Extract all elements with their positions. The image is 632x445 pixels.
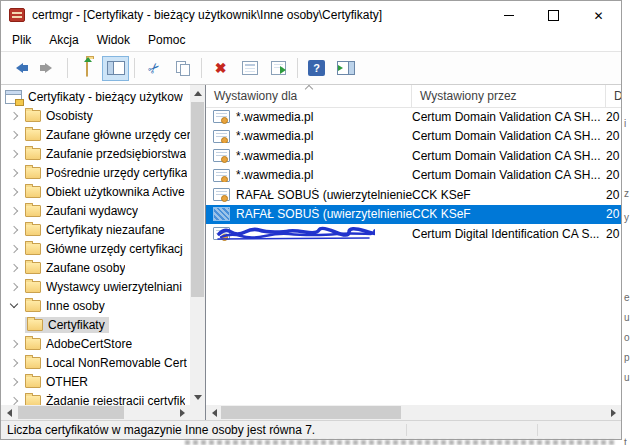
tree-item-label: Inne osoby: [46, 299, 105, 313]
certificate-row[interactable]: *.wawmedia.pl Certum Domain Validation C…: [206, 166, 621, 186]
certificate-row[interactable]: Certum Digital Identification CA S... 20: [206, 224, 621, 244]
tree-item[interactable]: Local NonRemovable Cert: [1, 353, 190, 372]
triangle-left-icon: [3, 409, 12, 417]
tree-items: Osobisty Zaufane główne urzędy cer Zaufa…: [1, 106, 190, 405]
chevron-icon: [5, 265, 23, 271]
tree-item[interactable]: Zaufani wydawcy: [1, 201, 190, 220]
tree-item[interactable]: Zaufane osoby: [1, 258, 190, 277]
status-text: Liczba certyfikatów w magazynie Inne oso…: [7, 423, 315, 437]
chevron-icon: [5, 398, 23, 404]
show-action-pane-button[interactable]: [332, 56, 359, 81]
column-header-issued-to[interactable]: Wystawiony dla: [206, 85, 412, 107]
tree-item-label: Osobisty: [46, 109, 93, 123]
chevron-icon: [5, 113, 23, 119]
delete-button[interactable]: [207, 56, 234, 81]
scroll-thumb[interactable]: [191, 102, 204, 297]
scroll-right-button[interactable]: [175, 405, 190, 420]
column-header-issued-by[interactable]: Wystawiony przez: [412, 85, 606, 107]
tree-item[interactable]: Wystawcy uwierzytelniani: [1, 277, 190, 296]
cert-issuer: CCK KSeF: [412, 188, 606, 202]
cert-issuer: Certum Domain Validation CA SH...: [412, 129, 606, 143]
triangle-down-icon: [194, 395, 202, 404]
tree-item[interactable]: Żądanie rejestracji certyfik: [1, 391, 190, 405]
tree-item-label: Local NonRemovable Cert: [46, 356, 187, 370]
menu-widok[interactable]: Widok: [88, 30, 139, 50]
tree-item[interactable]: Zaufanie przedsiębiorstwa: [1, 144, 190, 163]
tree-item-label: Główne urzędy certyfikacj: [46, 242, 183, 256]
tree-vertical-scrollbar[interactable]: [190, 85, 205, 405]
folder-icon: [25, 148, 41, 160]
scroll-down-button[interactable]: [190, 390, 205, 405]
close-button[interactable]: [576, 1, 621, 29]
tree-item[interactable]: Inne osoby: [1, 296, 190, 315]
scroll-left-button[interactable]: [1, 405, 16, 420]
certmgr-window: certmgr - [Certyfikaty - bieżący użytkow…: [0, 0, 622, 440]
menu-plik[interactable]: Plik: [3, 30, 40, 50]
tree-horizontal-scrollbar[interactable]: [1, 405, 190, 420]
certificate-row[interactable]: *.wawmedia.pl Certum Domain Validation C…: [206, 107, 621, 127]
properties-button[interactable]: [236, 56, 263, 81]
folder-icon: [25, 167, 41, 179]
toolbar: [1, 52, 621, 85]
chevron-icon: [5, 246, 23, 252]
scroll-right-button[interactable]: [606, 405, 621, 420]
menu-akcja[interactable]: Akcja: [40, 30, 87, 50]
tree-item[interactable]: OTHER: [1, 372, 190, 391]
tree-item[interactable]: Certyfikaty niezaufane: [1, 220, 190, 239]
back-button[interactable]: [6, 56, 33, 81]
certificate-row[interactable]: RAFAŁ SOBUŚ (uwierzytelnienie) CCK KSeF …: [206, 205, 621, 225]
list-horizontal-scrollbar[interactable]: [206, 405, 621, 420]
tree-item[interactable]: Osobisty: [1, 106, 190, 125]
scroll-thumb[interactable]: [221, 406, 401, 419]
tree-item-label: Certyfikaty: [48, 318, 105, 332]
certificate-row[interactable]: RAFAŁ SOBUŚ (uwierzytelnienie) CCK KSeF …: [206, 185, 621, 205]
minimize-button[interactable]: [486, 1, 531, 29]
folder-icon: [25, 300, 41, 312]
forward-button[interactable]: [35, 56, 62, 81]
help-button[interactable]: [303, 56, 330, 81]
column-header-expiration[interactable]: Da: [606, 85, 621, 107]
triangle-left-icon: [208, 409, 217, 417]
certificate-row[interactable]: *.wawmedia.pl Certum Domain Validation C…: [206, 127, 621, 147]
cert-issuer: Certum Domain Validation CA SH...: [412, 149, 606, 163]
chevron-icon: [5, 379, 23, 385]
tree-item[interactable]: Obiekt użytkownika Active: [1, 182, 190, 201]
tree-item[interactable]: Zaufane główne urzędy cer: [1, 125, 190, 144]
tree-item[interactable]: Główne urzędy certyfikacj: [1, 239, 190, 258]
show-console-tree-button[interactable]: [102, 56, 129, 81]
up-one-level-button[interactable]: [73, 56, 100, 81]
folder-icon: [25, 376, 41, 388]
cert-issuer: Certum Domain Validation CA SH...: [412, 168, 606, 182]
forward-icon: [40, 63, 57, 73]
copy-button[interactable]: [169, 56, 196, 81]
column-header-label: Wystawiony przez: [420, 89, 517, 103]
cert-expiry: 20: [606, 110, 621, 124]
export-list-button[interactable]: [265, 56, 292, 81]
maximize-icon: [548, 10, 559, 21]
scroll-thumb[interactable]: [18, 406, 124, 419]
console-tree-panel: Certyfikaty - bieżący użytkow Osobisty Z…: [1, 85, 206, 420]
tree-item[interactable]: AdobeCertStore: [1, 334, 190, 353]
folder-icon: [25, 224, 41, 236]
column-header-label: Da: [614, 89, 621, 103]
column-header-label: Wystawiony dla: [214, 89, 297, 103]
cert-issuer: Certum Domain Validation CA SH...: [412, 110, 606, 124]
folder-icon: [27, 319, 43, 331]
chevron-icon: [5, 304, 23, 307]
scroll-up-button[interactable]: [190, 85, 205, 100]
tree-item-label: AdobeCertStore: [46, 337, 132, 351]
cert-name: RAFAŁ SOBUŚ (uwierzytelnienie): [236, 207, 412, 221]
maximize-button[interactable]: [531, 1, 576, 29]
console-root-icon: [5, 90, 22, 104]
tree-item[interactable]: Certyfikaty: [1, 315, 190, 334]
scroll-left-button[interactable]: [206, 405, 221, 420]
red-x-icon: [215, 59, 227, 77]
tree-item[interactable]: Pośrednie urzędy certyfika: [1, 163, 190, 182]
menu-pomoc[interactable]: Pomoc: [139, 30, 194, 50]
cut-button[interactable]: [140, 56, 167, 81]
title-bar[interactable]: certmgr - [Certyfikaty - bieżący użytkow…: [1, 1, 621, 29]
window-title: certmgr - [Certyfikaty - bieżący użytkow…: [32, 8, 382, 22]
tree-root[interactable]: Certyfikaty - bieżący użytkow: [1, 87, 190, 106]
tree-root-label: Certyfikaty - bieżący użytkow: [28, 90, 183, 104]
certificate-row[interactable]: *.wawmedia.pl Certum Domain Validation C…: [206, 146, 621, 166]
